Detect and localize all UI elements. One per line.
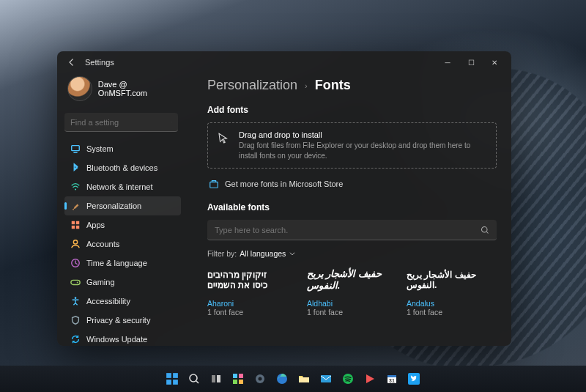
filter-row[interactable]: Filter by: All languages [207,249,497,258]
svg-rect-4 [76,221,79,224]
sidebar-item-label: Windows Update [86,335,147,344]
svg-text:31: 31 [389,378,395,383]
taskbar-widgets-icon[interactable] [230,371,246,387]
svg-point-7 [73,240,77,244]
taskbar-calendar-icon[interactable]: 31 [384,371,400,387]
svg-point-11 [75,297,77,299]
user-name: Dave @ OnMSFT.com [98,80,178,97]
system-icon [70,144,81,154]
svg-rect-15 [173,373,178,378]
sidebar: Dave @ OnMSFT.com SystemBluetooth & devi… [57,73,185,346]
settings-search[interactable] [64,113,178,132]
search-icon [171,118,172,127]
window-title: Settings [85,58,442,67]
breadcrumb-current: Fonts [315,78,351,93]
sidebar-item-person[interactable]: Accounts [64,234,181,254]
font-sample: حفيف الأشجار يريح النفوس. [307,265,387,295]
font-sample: זיקוקין מרהיביםכיסו את השמיים [207,265,288,295]
sidebar-item-gaming[interactable]: Gaming [64,273,181,292]
sidebar-item-brush[interactable]: Personalization [64,196,181,215]
font-dropzone[interactable]: Drag and drop to install Drag font files… [207,122,497,169]
taskbar-explorer-icon[interactable] [296,371,312,387]
font-name: Andalus [407,299,487,308]
svg-rect-22 [239,374,243,378]
fonts-search-input[interactable] [215,226,481,234]
taskbar-start-icon[interactable] [164,371,180,387]
chevron-right-icon: › [305,81,308,90]
sidebar-item-label: Gaming [86,278,115,286]
store-icon [209,179,219,189]
sidebar-item-bluetooth[interactable]: Bluetooth & devices [64,158,181,177]
taskbar-play-icon[interactable] [362,371,378,387]
svg-rect-12 [210,182,218,188]
sidebar-item-label: Apps [86,221,105,229]
main-content: Personalization › Fonts Add fonts Drag a… [185,73,511,346]
taskbar-spotify-icon[interactable] [340,371,356,387]
breadcrumb-parent[interactable]: Personalization [207,78,297,93]
svg-point-10 [77,282,78,284]
taskbar-twitter-icon[interactable] [406,371,422,387]
taskbar-taskview-icon[interactable] [208,371,224,387]
brush-icon [70,201,81,211]
svg-rect-24 [239,380,243,384]
fonts-search[interactable] [207,220,497,240]
svg-point-13 [482,226,488,232]
svg-rect-14 [166,373,171,378]
taskbar-edge-icon[interactable] [274,371,290,387]
svg-rect-3 [72,221,75,224]
svg-rect-29 [321,375,331,382]
taskbar[interactable]: 31 [0,366,586,392]
font-face-count: 1 font face [307,308,387,317]
store-link[interactable]: Get more fonts in Microsoft Store [207,176,497,191]
access-icon [70,296,81,306]
sidebar-item-label: Bluetooth & devices [86,163,157,172]
taskbar-search-icon[interactable] [186,371,202,387]
sidebar-item-label: Accounts [86,240,119,248]
shield-icon [70,315,81,325]
dropzone-text: Drag font files from File Explorer or yo… [239,141,487,160]
sidebar-item-access[interactable]: Accessibility [64,292,181,311]
settings-search-input[interactable] [70,118,171,127]
minimize-button[interactable]: ─ [442,59,453,67]
sidebar-item-label: System [86,144,114,153]
bluetooth-icon [70,163,81,173]
sidebar-item-shield[interactable]: Privacy & security [64,311,181,330]
clock-icon [70,258,81,268]
breadcrumb: Personalization › Fonts [207,73,497,102]
font-card[interactable]: حفيف الأشجار يريحالنفوس.Andalus1 font fa… [407,265,487,317]
taskbar-settings-icon[interactable] [252,371,268,387]
dropzone-title: Drag and drop to install [239,130,487,139]
svg-rect-19 [212,375,215,382]
svg-point-18 [190,374,197,382]
svg-point-26 [259,377,262,381]
font-name: Aharoni [207,299,288,308]
font-card[interactable]: זיקוקין מרהיביםכיסו את השמייםAharoni1 fo… [207,265,288,317]
back-button[interactable] [63,58,81,67]
person-icon [70,239,81,249]
arrow-left-icon [67,58,76,67]
maximize-button[interactable]: ☐ [466,59,476,67]
store-link-label: Get more fonts in Microsoft Store [225,180,343,188]
svg-rect-28 [299,377,309,382]
sidebar-item-apps[interactable]: Apps [64,215,181,234]
font-name: Aldhabi [307,299,387,308]
svg-rect-9 [71,280,80,284]
font-sample: حفيف الأشجار يريحالنفوس. [407,265,487,295]
titlebar: Settings ─ ☐ ✕ [57,51,511,73]
svg-rect-20 [217,375,220,382]
sidebar-item-system[interactable]: System [64,139,181,158]
avatar [67,76,92,101]
filter-value: All languages [240,249,286,258]
taskbar-mail-icon[interactable] [318,371,334,387]
sidebar-item-update[interactable]: Windows Update [64,330,181,346]
svg-rect-6 [76,226,79,229]
profile-block[interactable]: Dave @ OnMSFT.com [64,73,181,108]
close-button[interactable]: ✕ [489,59,500,67]
search-icon [481,226,489,234]
font-card[interactable]: حفيف الأشجار يريح النفوس.Aldhabi1 font f… [307,265,387,317]
sidebar-item-wifi[interactable]: Network & internet [64,177,181,196]
add-fonts-heading: Add fonts [207,105,497,115]
svg-rect-21 [233,374,237,378]
wifi-icon [70,182,81,192]
sidebar-item-clock[interactable]: Time & language [64,254,181,273]
